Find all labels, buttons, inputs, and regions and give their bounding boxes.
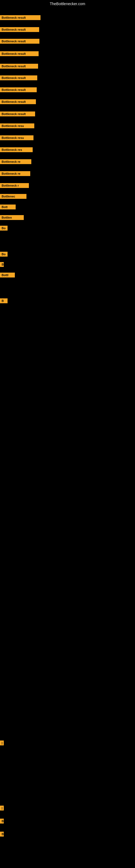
bottleneck-badge-21: B (0, 262, 4, 267)
bottleneck-badge-12: Bottleneck re (0, 159, 31, 164)
bottleneck-badge-10: Bottleneck resu (0, 135, 34, 140)
bottleneck-badge-58: | (0, 741, 4, 745)
bottleneck-badge-22: Bottl (0, 273, 15, 278)
bottleneck-badge-16: Bott (0, 205, 16, 209)
bottleneck-badge-14: Bottleneck r (0, 183, 29, 188)
bottleneck-badge-20: Bo (0, 252, 8, 257)
bottleneck-badge-4: Bottleneck result (0, 64, 38, 69)
bottleneck-badge-18: Bo (0, 226, 8, 230)
bottleneck-badge-24: B (0, 299, 8, 303)
bottleneck-badge-9: Bottleneck resu (0, 123, 34, 128)
bottleneck-badge-15: Bottlenec (0, 194, 27, 199)
bottleneck-badge-64: B (0, 818, 4, 824)
bottleneck-badge-2: Bottleneck result (0, 39, 39, 44)
bottleneck-badge-5: Bottleneck result (0, 75, 37, 80)
bottleneck-badge-11: Bottleneck res (0, 147, 33, 152)
bottleneck-badge-6: Bottleneck result (0, 87, 37, 92)
bottleneck-badge-0: Bottleneck result (0, 15, 41, 20)
bottleneck-badge-17: Bottlen (0, 215, 24, 220)
bottleneck-badge-65: B (0, 832, 4, 837)
bottleneck-badge-63: | (0, 806, 4, 810)
bottleneck-badge-13: Bottleneck re (0, 171, 30, 176)
bottleneck-badge-7: Bottleneck result (0, 99, 36, 104)
site-title: TheBottlenecker.com (0, 0, 135, 8)
bottleneck-badge-1: Bottleneck result (0, 27, 39, 32)
bottleneck-badge-8: Bottleneck result (0, 112, 35, 116)
bottleneck-badge-3: Bottleneck result (0, 51, 39, 56)
